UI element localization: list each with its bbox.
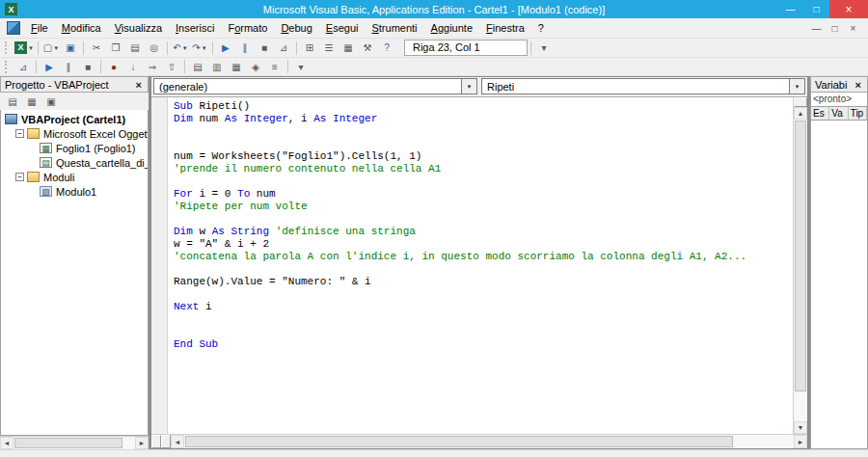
break-icon[interactable]: ∥ bbox=[60, 59, 77, 75]
procedure-dropdown[interactable]: Ripeti ▼ bbox=[481, 78, 805, 94]
tree-item-label: Moduli bbox=[42, 172, 74, 183]
immediate-window-icon[interactable]: ▥ bbox=[208, 59, 226, 75]
object-dropdown[interactable]: (generale) ▼ bbox=[153, 78, 477, 94]
menu-formato[interactable]: Formato bbox=[221, 19, 274, 37]
tree-item-microsoft-excel-oggetti[interactable]: −Microsoft Excel Oggetti bbox=[1, 126, 148, 141]
toggle-breakpoint-icon[interactable]: ● bbox=[105, 59, 122, 75]
tree-item-vbaproject-cartel1[interactable]: VBAProject (Cartel1) bbox=[1, 112, 148, 126]
collapse-expander-icon[interactable]: − bbox=[15, 173, 24, 181]
step-into-icon[interactable]: ↓ bbox=[124, 59, 142, 75]
toolbar-options-icon[interactable]: ▾ bbox=[535, 40, 553, 56]
reset-icon[interactable]: ■ bbox=[79, 59, 96, 75]
hscroll-thumb[interactable] bbox=[14, 438, 122, 448]
run-icon[interactable]: ▶ bbox=[217, 40, 234, 56]
hscroll-thumb[interactable] bbox=[185, 436, 733, 447]
object-dropdown-arrow-icon[interactable]: ▼ bbox=[461, 79, 476, 94]
scroll-right-icon[interactable]: ► bbox=[135, 437, 149, 449]
toolbar-separator bbox=[296, 41, 297, 55]
code-line: Range(w).Value = "Numero: " & i bbox=[174, 276, 793, 288]
split-handle[interactable] bbox=[151, 435, 161, 448]
code-hscrollbar[interactable]: ◄ ► bbox=[151, 434, 807, 448]
view-code-icon[interactable]: ▤ bbox=[4, 94, 21, 110]
find-icon[interactable]: ◎ bbox=[146, 40, 163, 56]
code-margin-indicator-bar[interactable] bbox=[151, 97, 168, 434]
mdi-minimize-icon[interactable]: — bbox=[807, 23, 826, 34]
watch-window-icon[interactable]: ▦ bbox=[228, 59, 245, 75]
locals-column-header: Tip bbox=[849, 107, 867, 120]
reset-icon[interactable]: ■ bbox=[256, 40, 273, 56]
menu-esegui[interactable]: Esegui bbox=[319, 19, 366, 37]
tree-item-modulo1[interactable]: ▨Modulo1 bbox=[1, 184, 148, 199]
step-out-icon[interactable]: ⇧ bbox=[163, 59, 180, 75]
dropdown-caret-icon[interactable]: ▼ bbox=[28, 45, 34, 51]
mdi-restore-icon[interactable]: □ bbox=[826, 23, 844, 34]
menu-help[interactable]: ? bbox=[531, 19, 551, 37]
toolbar-separator bbox=[38, 41, 39, 55]
tree-item-moduli[interactable]: −Moduli bbox=[1, 170, 148, 184]
toolbar-grip[interactable] bbox=[5, 41, 9, 54]
tree-item-questa-cartella-di-lavo[interactable]: ▤Questa_cartella_di_lavo bbox=[1, 155, 148, 170]
design-mode-icon[interactable]: ⊿ bbox=[14, 59, 32, 75]
paste-icon[interactable]: ▤ bbox=[126, 40, 144, 56]
dropdown-caret-icon[interactable]: ▼ bbox=[182, 45, 188, 51]
design-mode-icon[interactable]: ⊿ bbox=[275, 40, 292, 56]
toolbar-separator bbox=[167, 41, 168, 55]
locals-window-icon[interactable]: ▤ bbox=[189, 59, 206, 75]
view-object-icon[interactable]: ▦ bbox=[23, 94, 41, 110]
project-tree-hscrollbar[interactable]: ◄ ► bbox=[0, 436, 149, 449]
close-button[interactable]: × bbox=[829, 0, 868, 18]
redo-icon[interactable]: ↷▼ bbox=[191, 40, 208, 56]
copy-icon[interactable]: ❐ bbox=[107, 40, 124, 56]
dropdown-caret-icon[interactable]: ▼ bbox=[53, 45, 59, 51]
hscroll-track[interactable] bbox=[184, 435, 794, 448]
cut-icon[interactable]: ✂ bbox=[88, 40, 105, 56]
hscroll-track[interactable] bbox=[14, 437, 135, 449]
menu-visualizza[interactable]: Visualizza bbox=[108, 19, 169, 37]
toolbar-grip[interactable] bbox=[5, 61, 9, 73]
undo-icon[interactable]: ↶▼ bbox=[172, 40, 189, 56]
quick-watch-icon[interactable]: ◈ bbox=[247, 59, 264, 75]
break-icon[interactable]: ∥ bbox=[236, 40, 254, 56]
menu-inserisci[interactable]: Inserisci bbox=[169, 19, 221, 37]
vscroll-track[interactable] bbox=[794, 120, 807, 421]
split-handle[interactable] bbox=[161, 435, 171, 448]
scroll-down-icon[interactable]: ▼ bbox=[794, 421, 807, 434]
toolbar-overflow-icon[interactable]: ▾ bbox=[292, 59, 310, 75]
toolbox-icon[interactable]: ⚒ bbox=[359, 40, 376, 56]
toggle-folders-icon[interactable]: ▣ bbox=[42, 94, 60, 110]
insert-userform-icon[interactable]: ▢▼ bbox=[42, 40, 60, 56]
menu-finestra[interactable]: Finestra bbox=[479, 19, 531, 37]
split-handle[interactable] bbox=[794, 97, 807, 107]
minimize-button[interactable]: — bbox=[777, 0, 803, 18]
object-browser-icon[interactable]: ▦ bbox=[339, 40, 357, 56]
project-panel-close-icon[interactable]: × bbox=[134, 79, 144, 91]
scroll-right-icon[interactable]: ► bbox=[794, 435, 807, 448]
scroll-left-icon[interactable]: ◄ bbox=[171, 435, 184, 448]
vscroll-thumb[interactable] bbox=[795, 121, 806, 391]
view-excel-icon[interactable]: X▼ bbox=[14, 40, 34, 56]
maximize-button[interactable]: □ bbox=[803, 0, 829, 18]
menu-debug[interactable]: Debug bbox=[274, 19, 318, 37]
menu-aggiunte[interactable]: Aggiunte bbox=[424, 19, 479, 37]
tree-item-foglio1-foglio1[interactable]: ▦Foglio1 (Foglio1) bbox=[1, 141, 148, 155]
help-icon[interactable]: ? bbox=[378, 40, 395, 56]
code-vscrollbar[interactable]: ▲ ▼ bbox=[793, 97, 807, 434]
call-stack-icon[interactable]: ≡ bbox=[266, 59, 284, 75]
collapse-expander-icon[interactable]: − bbox=[15, 129, 24, 138]
project-explorer-icon[interactable]: ⊞ bbox=[301, 40, 318, 56]
scroll-left-icon[interactable]: ◄ bbox=[0, 437, 14, 449]
step-over-icon[interactable]: ⇒ bbox=[144, 59, 161, 75]
procedure-dropdown-arrow-icon[interactable]: ▼ bbox=[789, 79, 804, 94]
code-editor[interactable]: Sub Ripeti()Dim num As Integer, i As Int… bbox=[168, 97, 793, 434]
menu-modifica[interactable]: Modifica bbox=[55, 19, 108, 37]
code-line: 'concatena la parola A con l'indice i, i… bbox=[174, 251, 793, 263]
run-icon[interactable]: ▶ bbox=[41, 59, 58, 75]
locals-panel-close-icon[interactable]: × bbox=[854, 79, 863, 91]
properties-window-icon[interactable]: ☰ bbox=[320, 40, 338, 56]
dropdown-caret-icon[interactable]: ▼ bbox=[202, 45, 207, 51]
save-icon[interactable]: ▣ bbox=[62, 40, 79, 56]
scroll-up-icon[interactable]: ▲ bbox=[794, 107, 807, 120]
menu-strumenti[interactable]: Strumenti bbox=[365, 19, 423, 37]
mdi-close-icon[interactable]: × bbox=[844, 23, 862, 34]
menu-file[interactable]: File bbox=[24, 19, 55, 37]
